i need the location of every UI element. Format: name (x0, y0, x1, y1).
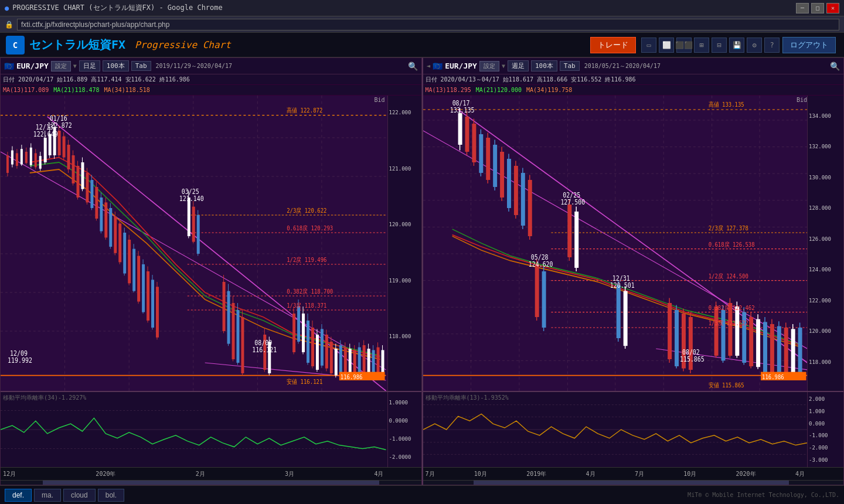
x-label-2020: 2020年 (96, 470, 115, 478)
svg-text:127.500: 127.500 (560, 198, 585, 206)
rx-2019: 2019年 (526, 470, 546, 478)
left-chart-panel: 🇪🇺 EUR/JPY 設定 ▼ 日足 100本 Tab 2019/11/29～2… (0, 57, 422, 485)
right-scroll-left[interactable]: ◄ (427, 62, 431, 70)
x-label-3: 3月 (285, 470, 294, 478)
layout-icons: ▭ ⬜ ⬛⬛ ⊞ ⊟ 💾 ⚙ ? (641, 38, 780, 53)
layout-1-icon[interactable]: ▭ (641, 38, 656, 53)
left-flag: 🇪🇺 (4, 62, 14, 71)
svg-text:116.986: 116.986 (341, 373, 363, 380)
bottom-tabs: def. ma. cloud bol. MiT® © Mobile Intern… (0, 485, 844, 504)
left-bid-label: Bid (374, 97, 384, 103)
save-icon[interactable]: 💾 (729, 38, 744, 53)
left-x-labels: 12月 2020年 2月 3月 4月 (3, 470, 384, 478)
tab-def[interactable]: def. (5, 489, 32, 502)
left-osc-scale: 1.0000 0.0000 -1.0000 -2.0000 (387, 392, 421, 467)
svg-text:0.382戻 118.700: 0.382戻 118.700 (287, 288, 333, 295)
left-oscillator: 移動平均乖離率(34)-1.2927% 1.0000 0.0000 -1.000… (1, 391, 421, 467)
svg-text:122.649: 122.649 (33, 130, 58, 138)
brand-logo: C セントラル短資FX Progressive Chart (6, 36, 231, 55)
x-label-12: 12月 (3, 470, 16, 478)
left-chart-svg: 12/13 122.649 01/16 122.872 12/09 119.99… (1, 96, 386, 391)
rosc-n2000: -2.000 (809, 445, 842, 451)
right-date-info: 日付 2020/04/13～04/17 始118.617 高118.666 安1… (426, 76, 636, 84)
right-x-labels: 7月 10月 2019年 4月 7月 10月 2020年 4月 (426, 470, 805, 478)
right-osc-label: 移動平均乖離率(13)-1.9352% (426, 394, 509, 402)
brand-sub: Progressive Chart (135, 39, 231, 50)
rosc-n3000: -3.000 (809, 457, 842, 463)
right-ma13: MA(13)118.295 (426, 87, 471, 93)
rprice-118: 118.000 (809, 359, 842, 365)
rprice-122: 122.000 (809, 298, 842, 304)
rx-2020: 2020年 (736, 470, 756, 478)
price-120: 120.000 (389, 222, 420, 227)
right-chart-panel: ◄ 🇪🇺 EUR/JPY 設定 ▼ 週足 100本 Tab 2018/05/21… (422, 57, 845, 485)
mit-credit: MiT® © Mobile Internet Technology, Co.,L… (688, 492, 839, 498)
rx-10b: 10月 (683, 470, 696, 478)
window-controls: ─ □ ✕ (796, 3, 839, 13)
rprice-132: 132.000 (809, 144, 842, 149)
left-date-range: 2019/11/29～2020/04/17 (156, 62, 232, 70)
left-chart-header: 🇪🇺 EUR/JPY 設定 ▼ 日足 100本 Tab 2019/11/29～2… (1, 58, 421, 74)
svg-text:安値 116.121: 安値 116.121 (287, 378, 322, 385)
svg-text:高値 133.135: 高値 133.135 (708, 101, 744, 108)
left-osc-label: 移動平均乖離率(34)-1.2927% (3, 394, 86, 402)
help-icon[interactable]: ? (764, 38, 780, 53)
rx-4b: 4月 (795, 470, 805, 478)
right-scrollbar[interactable] (423, 480, 844, 485)
right-tab[interactable]: Tab (560, 61, 580, 71)
svg-text:133.135: 133.135 (450, 106, 474, 114)
svg-text:122.872: 122.872 (47, 121, 72, 130)
minimize-btn[interactable]: ─ (796, 3, 809, 13)
rprice-130: 130.000 (809, 175, 842, 181)
left-ma13: MA(13)117.089 (3, 87, 49, 93)
layout-split-icon[interactable]: ⬛⬛ (676, 38, 692, 53)
tab-bol[interactable]: bol. (98, 489, 124, 502)
trade-button[interactable]: トレード (590, 37, 636, 53)
favicon: ● (5, 4, 9, 12)
left-ma-info: MA(13)117.089 MA(21)118.478 MA(34)118.51… (1, 85, 421, 96)
svg-text:2/3戻 120.622: 2/3戻 120.622 (287, 207, 326, 214)
layout-grid-icon[interactable]: ⊞ (694, 38, 709, 53)
restore-btn[interactable]: □ (811, 3, 824, 13)
left-chart-body[interactable]: Bid (1, 96, 421, 391)
tab-cloud[interactable]: cloud (63, 489, 96, 502)
left-setting-arrow: ▼ (73, 63, 77, 69)
left-date-info: 日付 2020/04/17 始116.889 高117.414 安116.622… (3, 76, 190, 84)
right-bid-label: Bid (797, 97, 807, 103)
left-tab[interactable]: Tab (131, 61, 151, 71)
left-x-axis: 12月 2020年 2月 3月 4月 (1, 467, 421, 480)
osc-0: 0.0000 (389, 418, 420, 424)
address-input[interactable] (17, 19, 839, 30)
left-search-icon[interactable]: 🔍 (408, 62, 418, 71)
rx-7b: 7月 (635, 470, 644, 478)
right-search-icon[interactable]: 🔍 (830, 62, 840, 71)
right-setting-btn[interactable]: 設定 (479, 61, 499, 71)
layout-2-icon[interactable]: ⬜ (659, 38, 674, 53)
left-setting-btn[interactable]: 設定 (51, 61, 71, 71)
tab-ma[interactable]: ma. (34, 489, 61, 502)
logout-button[interactable]: ログアウト (782, 37, 836, 53)
left-count: 100本 (103, 60, 129, 71)
svg-text:115.865: 115.865 (679, 355, 704, 363)
osc-n2000: -2.0000 (389, 454, 420, 460)
layout-multi-icon[interactable]: ⊟ (712, 38, 727, 53)
left-osc-svg (1, 392, 386, 467)
svg-text:120.501: 120.501 (610, 281, 634, 290)
right-chart-body[interactable]: Bid (423, 96, 844, 391)
rprice-134: 134.000 (809, 113, 842, 119)
main-area: 🇪🇺 EUR/JPY 設定 ▼ 日足 100本 Tab 2019/11/29～2… (0, 57, 844, 485)
svg-text:116.986: 116.986 (762, 373, 784, 380)
address-bar: 🔒 (0, 16, 844, 33)
svg-text:119.992: 119.992 (8, 356, 32, 365)
close-btn[interactable]: ✕ (826, 3, 839, 13)
settings-icon[interactable]: ⚙ (747, 38, 762, 53)
left-period: 日足 (79, 60, 100, 71)
left-chart-info: 日付 2020/04/17 始116.889 高117.414 安116.622… (1, 74, 421, 85)
x-label-4: 4月 (374, 470, 383, 478)
left-scrollbar[interactable] (1, 480, 421, 485)
svg-text:2/3戻 127.378: 2/3戻 127.378 (708, 225, 748, 232)
rprice-128: 128.000 (809, 205, 842, 211)
x-label-2: 2月 (196, 470, 205, 478)
svg-text:0.618戻 126.538: 0.618戻 126.538 (708, 241, 754, 248)
price-122: 122.000 (389, 110, 420, 115)
